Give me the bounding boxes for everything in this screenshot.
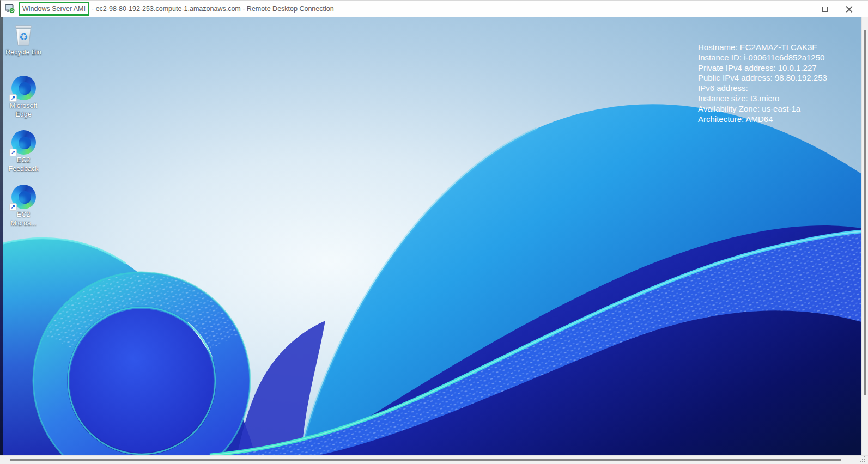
- instance-info-block: Hostname: EC2AMAZ-TLCAK3E Instance ID: i…: [698, 42, 827, 124]
- icon-label: Recycle Bin: [5, 48, 41, 57]
- window-controls: [788, 1, 861, 17]
- window-title: - ec2-98-80-192-253.compute-1.amazonaws.…: [92, 5, 334, 13]
- remote-desktop-window: Windows Server AMI - ec2-98-80-192-253.c…: [0, 0, 868, 464]
- horizontal-scrollbar-thumb[interactable]: [10, 459, 841, 461]
- info-private-ipv4: Private IPv4 address: 10.0.1.227: [698, 63, 827, 74]
- shortcut-arrow-icon: ↗: [9, 203, 17, 211]
- vertical-scrollbar[interactable]: [861, 17, 868, 455]
- resize-grip[interactable]: [859, 455, 866, 462]
- maximize-button[interactable]: [812, 1, 837, 17]
- maximize-icon: [822, 7, 828, 12]
- minimize-icon: [797, 9, 803, 9]
- remote-desktop-icon: [5, 4, 15, 14]
- shortcut-arrow-icon: ↗: [9, 149, 17, 156]
- desktop-icon-ec2-microsoft[interactable]: ↗ EC2 Micros...: [3, 184, 44, 228]
- svg-text:♻: ♻: [19, 31, 28, 42]
- icon-label: EC2 Feedback: [9, 156, 39, 173]
- desktop-left-edge-shade: [0, 17, 3, 455]
- icon-label: Microsoft Edge: [10, 102, 38, 119]
- horizontal-scrollbar[interactable]: [0, 455, 868, 464]
- window-title-highlighted: Windows Server AMI: [22, 5, 86, 13]
- info-architecture: Architecture: AMD64: [698, 114, 827, 125]
- remote-desktop-viewport: ♻ Recycle Bin ↗ Microsoft Edge ↗ EC2 Fee…: [0, 17, 861, 455]
- vertical-scrollbar-thumb[interactable]: [864, 30, 866, 395]
- desktop-icon-ec2-feedback[interactable]: ↗ EC2 Feedback: [3, 129, 44, 173]
- shortcut-arrow-icon: ↗: [9, 94, 17, 102]
- edge-icon: ↗: [10, 75, 37, 101]
- close-button[interactable]: [837, 1, 861, 17]
- edge-icon: ↗: [10, 129, 37, 155]
- edge-icon: ↗: [10, 184, 37, 210]
- close-icon: [846, 5, 853, 13]
- info-availability-zone: Availability Zone: us-east-1a: [698, 104, 827, 114]
- info-instance-id: Instance ID: i-090611c6d852a1250: [698, 53, 827, 63]
- desktop-icon-microsoft-edge[interactable]: ↗ Microsoft Edge: [3, 75, 44, 119]
- info-instance-size: Instance size: t3.micro: [698, 94, 827, 104]
- info-hostname: Hostname: EC2AMAZ-TLCAK3E: [698, 42, 827, 53]
- titlebar[interactable]: Windows Server AMI - ec2-98-80-192-253.c…: [0, 0, 868, 17]
- info-public-ipv4: Public IPv4 address: 98.80.192.253: [698, 73, 827, 83]
- icon-label: EC2 Micros...: [10, 211, 36, 228]
- minimize-button[interactable]: [788, 1, 812, 17]
- desktop-icon-recycle-bin[interactable]: ♻ Recycle Bin: [3, 21, 44, 57]
- recycle-bin-icon: ♻: [10, 21, 37, 47]
- title-annotation-box: Windows Server AMI: [19, 2, 89, 16]
- info-ipv6: IPv6 address:: [698, 83, 827, 94]
